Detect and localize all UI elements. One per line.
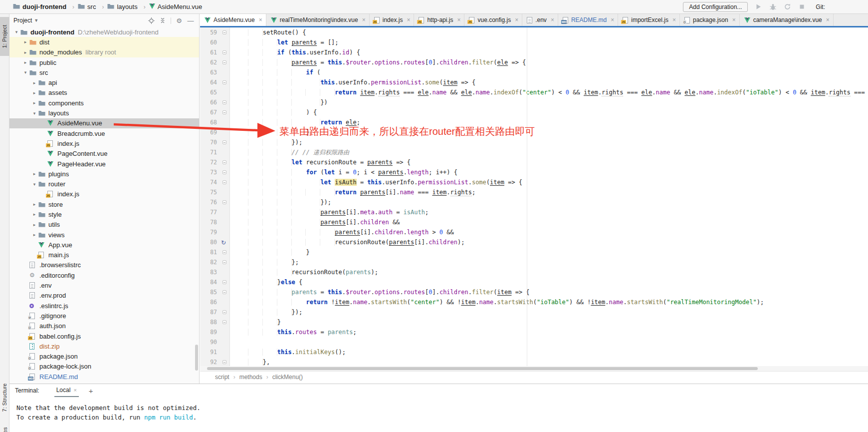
tree-row[interactable]: ▸public	[9, 57, 199, 67]
code-line[interactable]: 71 // // 递归权限路由	[200, 147, 868, 157]
code-line[interactable]: 85 parents = this.$router.options.routes…	[200, 287, 868, 297]
tree-row[interactable]: ▾src	[9, 67, 199, 77]
editor-tab[interactable]: realTimeMonitoring\index.vue×	[266, 14, 370, 26]
fold-marker-icon[interactable]	[222, 100, 226, 104]
code-line[interactable]: 79 parents[i].children.length > 0 &&	[200, 227, 868, 237]
tree-row[interactable]: Breadcrumb.vue	[9, 128, 199, 138]
close-icon[interactable]: ×	[407, 16, 410, 23]
close-icon[interactable]: ×	[672, 16, 676, 23]
close-icon[interactable]: ×	[551, 16, 554, 23]
code-line[interactable]: 77 parents[i].meta.auth = isAuth;	[200, 207, 868, 217]
close-icon[interactable]: ×	[259, 16, 262, 23]
add-configuration-button[interactable]: Add Configuration...	[683, 2, 748, 12]
fold-marker-icon[interactable]	[222, 140, 226, 144]
tree-row[interactable]: {}package-lock.json	[9, 362, 199, 372]
debug-icon[interactable]	[769, 3, 777, 10]
tree-row[interactable]: ▸api	[9, 77, 199, 87]
close-icon[interactable]: ×	[73, 387, 76, 393]
tree-row[interactable]: PageHeader.vue	[9, 159, 199, 169]
tree-row[interactable]: PageContent.vue	[9, 149, 199, 159]
scrollbar-thumb[interactable]	[207, 367, 758, 370]
settings-gear-icon[interactable]: ⚙	[176, 17, 183, 24]
tree-row[interactable]: ⚙.editorconfig	[9, 270, 199, 280]
tree-chevron-icon[interactable]: ▸	[30, 202, 38, 207]
tree-row[interactable]: JSbabel.config.js	[9, 331, 199, 341]
editor-tab[interactable]: JShttp-api.js×	[414, 14, 464, 26]
terminal-tab-local[interactable]: Local ×	[54, 384, 79, 397]
tree-chevron-icon[interactable]: ▾	[21, 70, 29, 75]
close-icon[interactable]: ×	[457, 16, 460, 23]
tree-row[interactable]: ▸node_moduleslibrary root	[9, 47, 199, 57]
code-line[interactable]: 84 }else {	[200, 277, 868, 287]
fold-marker-icon[interactable]	[222, 260, 226, 264]
breadcrumb-item[interactable]: methods	[239, 374, 262, 381]
editor-tab[interactable]: JSindex.js×	[370, 14, 415, 26]
tree-row[interactable]: ▾layouts	[9, 108, 199, 118]
code-line[interactable]: 80↻ recursionRoute(parents[i].children);	[200, 237, 868, 247]
editor-tab[interactable]: JSvue.config.js×	[464, 14, 522, 26]
tool-window-button-favorites[interactable]: 2: Favorites	[0, 422, 9, 432]
tree-row[interactable]: ▸assets	[9, 88, 199, 98]
tree-row[interactable]: ▸plugins	[9, 169, 199, 179]
editor-tab[interactable]: AsideMenu.vue×	[200, 14, 266, 26]
tree-chevron-icon[interactable]: ▸	[21, 39, 29, 44]
horizontal-scrollbar[interactable]	[200, 366, 868, 371]
code-line[interactable]: 92 },	[200, 357, 868, 366]
tree-row[interactable]: {}auth.json	[9, 321, 199, 331]
fold-marker-icon[interactable]	[222, 250, 226, 254]
code-line[interactable]: 73 for (let i = 0; i < parents.length; i…	[200, 167, 868, 177]
code-line[interactable]: 67 ) {	[200, 107, 868, 117]
breadcrumb-item[interactable]: script	[215, 374, 229, 381]
editor-tab[interactable]: {}package.json×	[680, 14, 740, 26]
fold-marker-icon[interactable]	[222, 50, 226, 54]
fold-marker-icon[interactable]	[222, 30, 226, 34]
tree-chevron-icon[interactable]: ▸	[30, 171, 38, 176]
tree-row[interactable]: ▾duoji-frontendD:\zheheWeb\duoji-fronten…	[9, 27, 199, 37]
code-line[interactable]: 70 });	[200, 137, 868, 147]
stop-icon[interactable]	[798, 3, 806, 10]
tree-row[interactable]: dist.zip	[9, 341, 199, 351]
tree-row[interactable]: ▸utils	[9, 220, 199, 230]
code-line[interactable]: 74 let isAuth = this.userInfo.permission…	[200, 177, 868, 187]
tree-row[interactable]: ▸dist	[9, 37, 199, 47]
coverage-icon[interactable]	[784, 3, 791, 10]
tree-row[interactable]: JSindex.js	[9, 189, 199, 199]
git-menu[interactable]: Git:	[816, 3, 825, 10]
code-line[interactable]: 89 this.routes = parents;	[200, 327, 868, 337]
breadcrumb-item[interactable]: clickMenu()	[272, 374, 303, 381]
code-line[interactable]: 63 if (	[200, 67, 868, 77]
tree-row[interactable]: JSindex.js	[9, 138, 199, 148]
editor-tab[interactable]: JSimportExcel.js×	[618, 14, 680, 26]
breadcrumb-item[interactable]: src›	[78, 3, 107, 10]
close-icon[interactable]: ×	[611, 16, 614, 23]
editor-tab[interactable]: .env×	[522, 14, 558, 26]
fold-marker-icon[interactable]	[222, 160, 226, 164]
fold-marker-icon[interactable]	[222, 60, 226, 64]
tree-chevron-icon[interactable]: ▸	[30, 222, 38, 227]
code-line[interactable]: 75 return parents[i].name === item.right…	[200, 187, 868, 197]
tree-row[interactable]: ▸views	[9, 230, 199, 240]
collapse-all-icon[interactable]	[159, 17, 166, 24]
tree-row[interactable]: JSmain.js	[9, 250, 199, 260]
fold-marker-icon[interactable]	[222, 170, 226, 174]
hide-panel-icon[interactable]: —	[187, 17, 194, 24]
code-line[interactable]: 59 setRoute() {	[200, 27, 868, 37]
tree-chevron-icon[interactable]: ▾	[30, 182, 38, 187]
code-line[interactable]: 91 this.initialKeys();	[200, 347, 868, 357]
tree-row[interactable]: .browserslistrc	[9, 260, 199, 270]
project-view-selector[interactable]: Project	[13, 17, 32, 24]
breadcrumb-item[interactable]: layouts›	[107, 3, 149, 10]
fold-marker-icon[interactable]	[222, 320, 226, 324]
tree-row[interactable]: AsideMenu.vue	[9, 118, 199, 128]
code-line[interactable]: 76 });	[200, 197, 868, 207]
fold-marker-icon[interactable]	[222, 80, 226, 84]
code-editor[interactable]: 59 setRoute() {60 let parents = [];61 if…	[200, 27, 868, 366]
code-line[interactable]: 65 return item.rights === ele.name && el…	[200, 87, 868, 97]
code-line[interactable]: 66 })	[200, 97, 868, 107]
tree-scrollbar[interactable]	[195, 345, 198, 371]
fold-marker-icon[interactable]	[222, 360, 226, 364]
code-line[interactable]: 62 parents = this.$router.options.routes…	[200, 57, 868, 67]
locate-file-icon[interactable]	[148, 17, 155, 24]
fold-marker-icon[interactable]	[222, 280, 226, 284]
breadcrumb-item[interactable]: duoji-frontend›	[13, 3, 78, 10]
